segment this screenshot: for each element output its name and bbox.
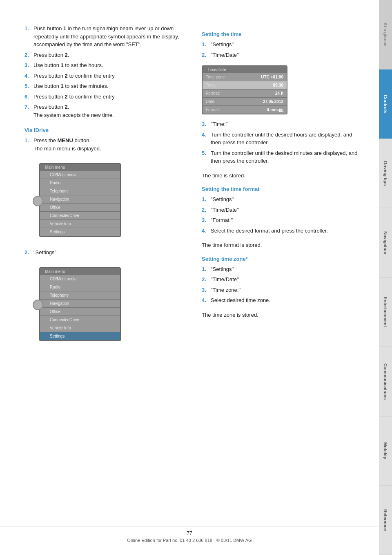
time-format-stored-text: The time format is stored.	[202, 241, 363, 249]
via-idrive-heading: Via iDrive	[24, 127, 185, 133]
sidebar: At a glance Controls Driving tips Naviga…	[379, 0, 392, 555]
sidebar-tab-mobility[interactable]: Mobility	[379, 416, 392, 486]
sidebar-tab-controls[interactable]: Controls	[379, 69, 392, 139]
timedate-title-bar: Time/Date	[203, 66, 287, 73]
time-stored-text: The time is stored.	[202, 172, 363, 180]
timedate-title: Time/Date	[207, 67, 226, 72]
rt-step-3: 3. "Time:"	[202, 120, 363, 128]
menu-mockup-2: Main menu CD/Multimedia Radio Telephone …	[39, 267, 121, 341]
menu-title: Main menu	[45, 165, 65, 170]
menu-item-navigation: Navigation	[40, 195, 120, 204]
sidebar-tab-entertainment[interactable]: Entertainment	[379, 278, 392, 347]
menu-item-vehicleinfo: Vehicle Info	[40, 220, 120, 228]
stf-step-4: 4. Select the desired format and press t…	[202, 227, 363, 235]
setting-time-zone-steps: 1. "Settings" 2. "Time/Date" 3. "Time zo…	[202, 265, 363, 304]
menu-item-connecteddrive: ConnectedDrive	[40, 212, 120, 220]
page-number: 77	[0, 530, 379, 536]
sidebar-tab-communications[interactable]: Communications	[379, 347, 392, 416]
menu-item2-connecteddrive: ConnectedDrive	[40, 316, 120, 324]
rt-step-4: 4. Turn the controller until the desired…	[202, 131, 363, 147]
row-date: Date: 27.05.2012	[203, 98, 287, 106]
time-zone-stored-text: The time zone is stored.	[202, 311, 363, 319]
row-timezone: Time zone: UTC +01:00	[203, 73, 287, 81]
stz-step-3: 3. "Time zone:"	[202, 286, 363, 294]
menu-title-bar: Main menu	[40, 164, 120, 171]
row-format2: Format: tt.mm.jjjj	[203, 106, 287, 114]
setting-time-heading: Setting the time	[202, 31, 363, 37]
stz-step-1: 1. "Settings"	[202, 265, 363, 273]
intro-steps: 1. Push button 1 in the turn signal/high…	[24, 25, 185, 119]
menu-item2-telephone: Telephone	[40, 291, 120, 300]
sidebar-tab-reference[interactable]: Reference	[379, 486, 392, 555]
sidebar-tab-navigation[interactable]: Navigation	[379, 208, 392, 278]
stz-step-4: 4. Select desired time zone.	[202, 296, 363, 304]
step-3: 3. Use button 1 to set the hours.	[24, 61, 185, 69]
step-7: 7. Press button 2.The system accepts the…	[24, 103, 185, 119]
menu-title-2: Main menu	[45, 269, 65, 274]
main-content: 1. Push button 1 in the turn signal/high…	[0, 0, 379, 385]
menu-mockup-1: Main menu CD/Multimedia Radio Telephone …	[39, 163, 121, 237]
setting-time-format-steps: 1. "Settings" 2. "Time/Date" 3. "Format:…	[202, 195, 363, 235]
step-1: 1. Push button 1 in the turn signal/high…	[24, 25, 185, 49]
left-column: 1. Push button 1 in the turn signal/high…	[24, 25, 185, 353]
step-4: 4. Press button 2 to confirm the entry.	[24, 72, 185, 80]
menu-item-settings: Settings	[40, 228, 120, 236]
main-menu-screen-1: Main menu CD/Multimedia Radio Telephone …	[33, 159, 122, 243]
main-menu-screen-2: Main menu CD/Multimedia Radio Telephone …	[33, 263, 122, 347]
row-format1: Format: 24 h	[203, 90, 287, 98]
setting-time-format-heading: Setting the time format	[202, 186, 363, 192]
stz-step-2: 2. "Time/Date"	[202, 275, 363, 284]
step-5: 5. Use button 1 to set the minutes.	[24, 82, 185, 90]
footer: 77 Online Edition for Part no. 01 40 2 6…	[0, 526, 379, 543]
menu-item2-navigation: Navigation	[40, 300, 120, 308]
setting-time-steps-1: 1. "Settings" 2. "Time/Date"	[202, 40, 363, 59]
menu-item-radio: Radio	[40, 179, 120, 187]
menu-item-telephone: Telephone	[40, 187, 120, 195]
controller-knob-2	[33, 300, 43, 310]
menu-item2-radio: Radio	[40, 283, 120, 291]
copyright-text: Online Edition for Part no. 01 40 2 606 …	[0, 538, 379, 543]
menu-item-office: Office	[40, 204, 120, 212]
via-step-2: 2. "Settings"	[24, 248, 185, 257]
stf-step-2: 2. "Time/Date"	[202, 206, 363, 214]
step-6: 6. Press button 2 to confirm the entry.	[24, 93, 185, 101]
menu-item2-office: Office	[40, 308, 120, 316]
menu-item2-cdmultimedia: CD/Multimedia	[40, 275, 120, 283]
setting-time-steps-2: 3. "Time:" 4. Turn the controller until …	[202, 120, 363, 165]
controller-knob	[33, 196, 43, 206]
menu-title-bar-2: Main menu	[40, 268, 120, 275]
via-step-1: 1. Press the MENU button.The main menu i…	[24, 137, 185, 152]
rt-step-5: 5. Turn the controller until the desired…	[202, 149, 363, 165]
menu-item-cdmultimedia: CD/Multimedia	[40, 171, 120, 179]
stf-step-1: 1. "Settings"	[202, 195, 363, 204]
step-2: 2. Press button 2.	[24, 51, 185, 59]
via-idrive-steps: 1. Press the MENU button.The main menu i…	[24, 137, 185, 152]
rt-step-1: 1. "Settings"	[202, 40, 363, 49]
sidebar-tab-driving-tips[interactable]: Driving tips	[379, 139, 392, 208]
sidebar-tab-at-a-glance[interactable]: At a glance	[379, 0, 392, 69]
stf-step-3: 3. "Format:"	[202, 216, 363, 224]
rt-step-2: 2. "Time/Date"	[202, 51, 363, 59]
right-column: Setting the time 1. "Settings" 2. "Time/…	[202, 25, 363, 353]
menu-item2-settings: Settings	[40, 332, 120, 340]
row-time: Time: 09:30	[203, 81, 287, 90]
via-idrive-step2: 2. "Settings"	[24, 248, 185, 257]
menu-item2-vehicleinfo: Vehicle Info	[40, 324, 120, 332]
timedate-screen: Time/Date Time zone: UTC +01:00 Time: 09…	[202, 65, 287, 114]
setting-time-zone-heading: Setting time zone*	[202, 256, 363, 262]
